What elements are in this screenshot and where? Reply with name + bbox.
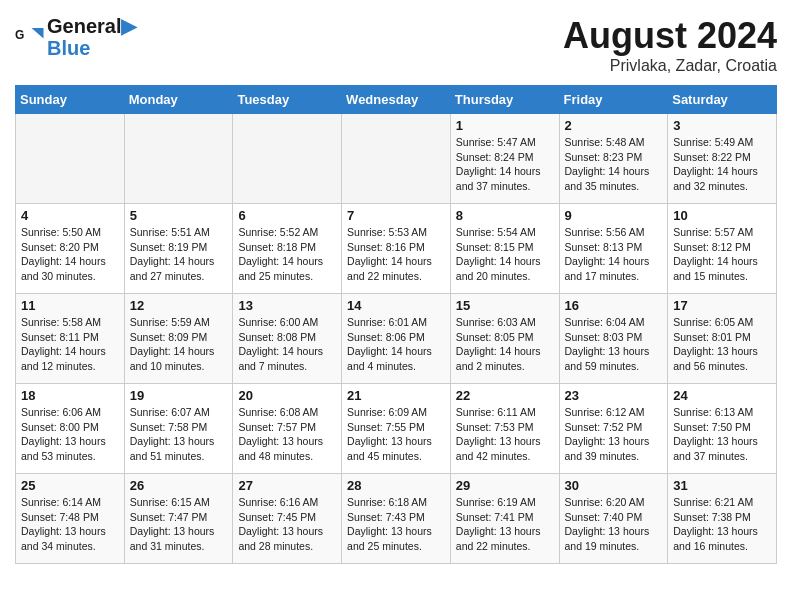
day-number: 11 (21, 298, 119, 313)
calendar-cell: 13Sunrise: 6:00 AM Sunset: 8:08 PM Dayli… (233, 294, 342, 384)
day-info: Sunrise: 6:15 AM Sunset: 7:47 PM Dayligh… (130, 495, 228, 554)
day-number: 13 (238, 298, 336, 313)
day-info: Sunrise: 5:51 AM Sunset: 8:19 PM Dayligh… (130, 225, 228, 284)
day-info: Sunrise: 6:00 AM Sunset: 8:08 PM Dayligh… (238, 315, 336, 374)
day-number: 23 (565, 388, 663, 403)
calendar-cell: 7Sunrise: 5:53 AM Sunset: 8:16 PM Daylig… (342, 204, 451, 294)
day-info: Sunrise: 6:20 AM Sunset: 7:40 PM Dayligh… (565, 495, 663, 554)
day-number: 17 (673, 298, 771, 313)
svg-marker-1 (32, 28, 44, 39)
day-info: Sunrise: 5:50 AM Sunset: 8:20 PM Dayligh… (21, 225, 119, 284)
header-cell-friday: Friday (559, 86, 668, 114)
day-info: Sunrise: 6:21 AM Sunset: 7:38 PM Dayligh… (673, 495, 771, 554)
day-info: Sunrise: 6:08 AM Sunset: 7:57 PM Dayligh… (238, 405, 336, 464)
calendar-cell: 16Sunrise: 6:04 AM Sunset: 8:03 PM Dayli… (559, 294, 668, 384)
day-number: 12 (130, 298, 228, 313)
calendar-cell: 26Sunrise: 6:15 AM Sunset: 7:47 PM Dayli… (124, 474, 233, 564)
calendar-cell: 9Sunrise: 5:56 AM Sunset: 8:13 PM Daylig… (559, 204, 668, 294)
calendar-cell: 27Sunrise: 6:16 AM Sunset: 7:45 PM Dayli… (233, 474, 342, 564)
day-number: 30 (565, 478, 663, 493)
title-block: August 2024 Privlaka, Zadar, Croatia (563, 15, 777, 75)
logo: G General▶ Blue (15, 15, 136, 59)
calendar-cell: 3Sunrise: 5:49 AM Sunset: 8:22 PM Daylig… (668, 114, 777, 204)
header-cell-monday: Monday (124, 86, 233, 114)
svg-text:G: G (15, 28, 24, 42)
calendar-cell: 23Sunrise: 6:12 AM Sunset: 7:52 PM Dayli… (559, 384, 668, 474)
day-number: 15 (456, 298, 554, 313)
day-info: Sunrise: 6:09 AM Sunset: 7:55 PM Dayligh… (347, 405, 445, 464)
day-info: Sunrise: 5:56 AM Sunset: 8:13 PM Dayligh… (565, 225, 663, 284)
day-info: Sunrise: 6:12 AM Sunset: 7:52 PM Dayligh… (565, 405, 663, 464)
day-info: Sunrise: 5:53 AM Sunset: 8:16 PM Dayligh… (347, 225, 445, 284)
day-number: 21 (347, 388, 445, 403)
day-info: Sunrise: 6:05 AM Sunset: 8:01 PM Dayligh… (673, 315, 771, 374)
week-row-1: 1Sunrise: 5:47 AM Sunset: 8:24 PM Daylig… (16, 114, 777, 204)
calendar-table: SundayMondayTuesdayWednesdayThursdayFrid… (15, 85, 777, 564)
week-row-3: 11Sunrise: 5:58 AM Sunset: 8:11 PM Dayli… (16, 294, 777, 384)
calendar-header: SundayMondayTuesdayWednesdayThursdayFrid… (16, 86, 777, 114)
calendar-cell: 18Sunrise: 6:06 AM Sunset: 8:00 PM Dayli… (16, 384, 125, 474)
calendar-cell: 14Sunrise: 6:01 AM Sunset: 8:06 PM Dayli… (342, 294, 451, 384)
day-number: 28 (347, 478, 445, 493)
day-number: 10 (673, 208, 771, 223)
day-info: Sunrise: 5:59 AM Sunset: 8:09 PM Dayligh… (130, 315, 228, 374)
day-info: Sunrise: 6:03 AM Sunset: 8:05 PM Dayligh… (456, 315, 554, 374)
logo-icon: G (15, 22, 45, 52)
main-title: August 2024 (563, 15, 777, 57)
page-header: G General▶ Blue August 2024 Privlaka, Za… (15, 15, 777, 75)
calendar-cell: 20Sunrise: 6:08 AM Sunset: 7:57 PM Dayli… (233, 384, 342, 474)
calendar-cell (342, 114, 451, 204)
calendar-cell: 5Sunrise: 5:51 AM Sunset: 8:19 PM Daylig… (124, 204, 233, 294)
calendar-cell: 10Sunrise: 5:57 AM Sunset: 8:12 PM Dayli… (668, 204, 777, 294)
day-number: 18 (21, 388, 119, 403)
calendar-cell: 6Sunrise: 5:52 AM Sunset: 8:18 PM Daylig… (233, 204, 342, 294)
calendar-cell: 4Sunrise: 5:50 AM Sunset: 8:20 PM Daylig… (16, 204, 125, 294)
day-number: 27 (238, 478, 336, 493)
day-number: 2 (565, 118, 663, 133)
day-number: 6 (238, 208, 336, 223)
day-number: 5 (130, 208, 228, 223)
calendar-cell: 22Sunrise: 6:11 AM Sunset: 7:53 PM Dayli… (450, 384, 559, 474)
day-info: Sunrise: 6:07 AM Sunset: 7:58 PM Dayligh… (130, 405, 228, 464)
calendar-cell: 8Sunrise: 5:54 AM Sunset: 8:15 PM Daylig… (450, 204, 559, 294)
calendar-cell (233, 114, 342, 204)
header-cell-saturday: Saturday (668, 86, 777, 114)
logo-line1: General▶ (47, 15, 136, 37)
day-info: Sunrise: 5:57 AM Sunset: 8:12 PM Dayligh… (673, 225, 771, 284)
logo-line2: Blue (47, 37, 136, 59)
calendar-cell: 21Sunrise: 6:09 AM Sunset: 7:55 PM Dayli… (342, 384, 451, 474)
day-number: 29 (456, 478, 554, 493)
day-info: Sunrise: 6:04 AM Sunset: 8:03 PM Dayligh… (565, 315, 663, 374)
day-info: Sunrise: 6:06 AM Sunset: 8:00 PM Dayligh… (21, 405, 119, 464)
day-info: Sunrise: 5:54 AM Sunset: 8:15 PM Dayligh… (456, 225, 554, 284)
header-cell-thursday: Thursday (450, 86, 559, 114)
day-number: 16 (565, 298, 663, 313)
day-info: Sunrise: 6:16 AM Sunset: 7:45 PM Dayligh… (238, 495, 336, 554)
calendar-cell: 25Sunrise: 6:14 AM Sunset: 7:48 PM Dayli… (16, 474, 125, 564)
header-cell-sunday: Sunday (16, 86, 125, 114)
calendar-cell: 12Sunrise: 5:59 AM Sunset: 8:09 PM Dayli… (124, 294, 233, 384)
calendar-cell (16, 114, 125, 204)
calendar-cell: 11Sunrise: 5:58 AM Sunset: 8:11 PM Dayli… (16, 294, 125, 384)
day-number: 24 (673, 388, 771, 403)
day-number: 20 (238, 388, 336, 403)
day-info: Sunrise: 5:48 AM Sunset: 8:23 PM Dayligh… (565, 135, 663, 194)
day-info: Sunrise: 6:19 AM Sunset: 7:41 PM Dayligh… (456, 495, 554, 554)
calendar-cell: 1Sunrise: 5:47 AM Sunset: 8:24 PM Daylig… (450, 114, 559, 204)
day-number: 19 (130, 388, 228, 403)
day-info: Sunrise: 5:52 AM Sunset: 8:18 PM Dayligh… (238, 225, 336, 284)
calendar-cell: 24Sunrise: 6:13 AM Sunset: 7:50 PM Dayli… (668, 384, 777, 474)
day-number: 4 (21, 208, 119, 223)
day-number: 22 (456, 388, 554, 403)
day-number: 26 (130, 478, 228, 493)
day-number: 8 (456, 208, 554, 223)
day-info: Sunrise: 6:13 AM Sunset: 7:50 PM Dayligh… (673, 405, 771, 464)
day-info: Sunrise: 5:49 AM Sunset: 8:22 PM Dayligh… (673, 135, 771, 194)
calendar-body: 1Sunrise: 5:47 AM Sunset: 8:24 PM Daylig… (16, 114, 777, 564)
day-number: 31 (673, 478, 771, 493)
day-info: Sunrise: 6:11 AM Sunset: 7:53 PM Dayligh… (456, 405, 554, 464)
day-number: 1 (456, 118, 554, 133)
calendar-cell: 15Sunrise: 6:03 AM Sunset: 8:05 PM Dayli… (450, 294, 559, 384)
day-number: 9 (565, 208, 663, 223)
header-row: SundayMondayTuesdayWednesdayThursdayFrid… (16, 86, 777, 114)
